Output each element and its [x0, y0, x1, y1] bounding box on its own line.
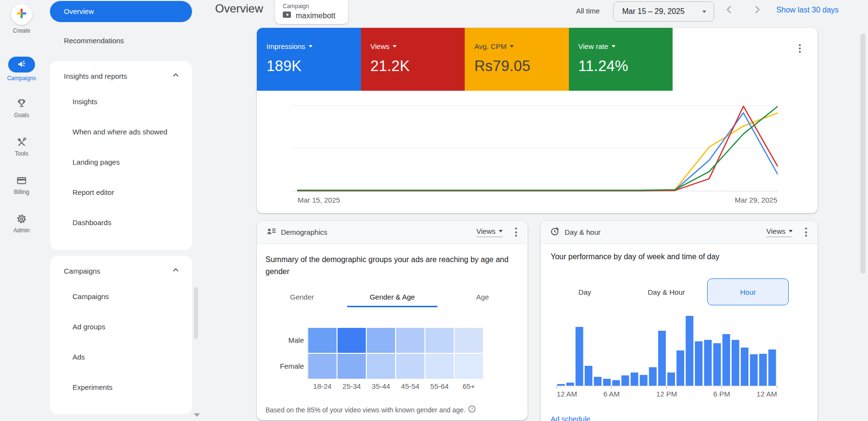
- segment-day[interactable]: Day: [544, 278, 626, 305]
- nav-item-when-and-where-ads-showed[interactable]: When and where ads showed: [50, 117, 192, 147]
- scorecard-impressions[interactable]: Impressions189K: [257, 28, 361, 91]
- bar-hour-13: [676, 350, 684, 386]
- scorecard-views[interactable]: Views21.2K: [361, 28, 465, 91]
- kebab-menu-icon[interactable]: [514, 226, 518, 239]
- gender-age-heatmap: MaleFemale18-2425-3435-4445-5455-6465+: [257, 325, 528, 402]
- metric-dropdown-value: Views: [766, 227, 785, 235]
- card-icon: [0, 175, 43, 186]
- segment-day-hour[interactable]: Day & Hour: [626, 278, 707, 305]
- video-camera-icon: [283, 11, 292, 20]
- show-last-30-days-link[interactable]: Show last 30 days: [776, 6, 839, 14]
- rail-label-tools: Tools: [0, 150, 43, 157]
- bar-hour-18: [723, 334, 730, 386]
- heatmap-cell-male-65: [455, 328, 483, 353]
- chevron-left-icon: [724, 4, 735, 17]
- scorecards-row: Impressions189KViews21.2KAvg. CPMRs79.05…: [257, 28, 818, 91]
- bar-axis-label-1: 6 AM: [603, 390, 620, 398]
- scorecard-value: Rs79.05: [474, 58, 569, 75]
- rail-item-tools[interactable]: Tools: [0, 136, 43, 157]
- bar-hour-14: [686, 316, 693, 386]
- rail-item-billing[interactable]: Billing: [0, 175, 43, 195]
- nav-item-experiments[interactable]: Experiments: [50, 372, 192, 402]
- scorecard-view-rate[interactable]: View rate11.24%: [569, 28, 673, 91]
- bar-hour-3: [585, 366, 592, 386]
- rail-item-campaigns[interactable]: Campaigns: [0, 57, 43, 82]
- chevron-right-icon: [751, 4, 762, 17]
- bar-axis-label-0: 12 AM: [557, 390, 578, 398]
- segment-hour[interactable]: Hour: [707, 278, 789, 305]
- scorecard-metric-dropdown[interactable]: View rate: [579, 42, 615, 50]
- tab-age[interactable]: Age: [437, 289, 528, 307]
- chevron-up-icon: [171, 265, 181, 277]
- heatmap-cell-male-18-24: [308, 328, 337, 353]
- heatmap-cell-male-55-64: [425, 328, 454, 353]
- chart-x-start-label: Mar 15, 2025: [298, 196, 340, 204]
- nav-items-campaigns: CampaignsAd groupsAdsExperiments: [50, 281, 192, 402]
- campaign-chip[interactable]: Campaign maximebott: [275, 0, 348, 24]
- heatmap-col-label-45-54: 45-54: [396, 382, 424, 390]
- bar-hour-16: [704, 340, 712, 386]
- nav-item-landing-pages[interactable]: Landing pages: [50, 147, 192, 177]
- date-next-button[interactable]: [750, 4, 763, 17]
- scorecard-value: 21.2K: [371, 58, 465, 75]
- heatmap-cell-female-18-24: [308, 354, 337, 379]
- scorecard-metric-dropdown[interactable]: Impressions: [266, 42, 313, 50]
- rail-item-admin[interactable]: Admin: [0, 213, 43, 234]
- rail-label-billing: Billing: [0, 189, 43, 195]
- day-hour-metric-dropdown[interactable]: Views: [766, 227, 793, 237]
- scorecard-metric-dropdown[interactable]: Avg. CPM: [474, 42, 514, 50]
- nav-section-insights-and-reports: Insights and reports InsightsWhen and wh…: [50, 61, 192, 250]
- nav-item-report-editor[interactable]: Report editor: [50, 177, 192, 207]
- date-prev-button[interactable]: [723, 4, 736, 17]
- heatmap-col-label-18-24: 18-24: [308, 382, 337, 390]
- chart-x-end-label: Mar 29, 2025: [735, 196, 777, 204]
- scorecard-metric-dropdown[interactable]: Views: [371, 42, 397, 50]
- drawer-scrollbar[interactable]: [194, 287, 198, 339]
- nav-item-overview[interactable]: Overview: [50, 1, 192, 22]
- nav-section-title: Campaigns: [64, 267, 100, 275]
- help-icon[interactable]: ?: [468, 405, 476, 414]
- scorecard-label: View rate: [579, 42, 608, 50]
- kebab-menu-icon[interactable]: [798, 42, 802, 55]
- heatmap-col-label-65: 65+: [455, 382, 483, 390]
- heatmap-cell-male-35-44: [367, 328, 395, 353]
- dropdown-caret-icon: [393, 45, 397, 48]
- nav-item-campaigns[interactable]: Campaigns: [50, 281, 192, 312]
- dropdown-caret-icon: [702, 11, 706, 13]
- scorecard-label: Views: [371, 42, 390, 50]
- scorecard-avg-cpm[interactable]: Avg. CPMRs79.05: [465, 28, 569, 91]
- time-scope-label: All time: [576, 7, 600, 15]
- nav-section-header-insights-and-reports[interactable]: Insights and reports: [50, 61, 192, 82]
- demographics-icon: [266, 228, 276, 237]
- campaign-name: maximebott: [296, 12, 336, 20]
- create-button[interactable]: [11, 4, 32, 25]
- nav-item-recommendations[interactable]: Recommendations: [43, 36, 185, 45]
- heatmap-cell-female-25-34: [338, 354, 366, 379]
- bar-hour-15: [695, 341, 702, 386]
- nav-item-ads[interactable]: Ads: [50, 342, 192, 372]
- kebab-menu-icon[interactable]: [804, 226, 808, 239]
- tab-gender[interactable]: Gender: [257, 289, 347, 307]
- campaigns-active-pill[interactable]: [8, 57, 35, 72]
- heatmap-row-label-female: Female: [257, 362, 304, 370]
- bar-hour-19: [732, 340, 739, 386]
- bar-hour-7: [621, 375, 629, 386]
- nav-item-dashboards[interactable]: Dashboards: [50, 207, 192, 238]
- heatmap-grid: [308, 328, 483, 379]
- dropdown-caret-icon: [499, 230, 503, 232]
- nav-section-header-campaigns[interactable]: Campaigns: [50, 256, 192, 277]
- ad-schedule-link[interactable]: Ad schedule: [551, 415, 591, 421]
- nav-item-ad-groups[interactable]: Ad groups: [50, 312, 192, 342]
- rail-item-goals[interactable]: Goals: [0, 98, 43, 119]
- page-scrollbar[interactable]: [860, 34, 866, 274]
- bar-hour-1: [567, 383, 574, 386]
- demographics-metric-dropdown[interactable]: Views: [476, 227, 503, 237]
- dropdown-caret-icon: [309, 45, 313, 48]
- date-range-picker[interactable]: Mar 15 – 29, 2025: [613, 1, 714, 22]
- nav-item-insights[interactable]: Insights: [50, 86, 192, 117]
- overview-performance-card: Impressions189KViews21.2KAvg. CPMRs79.05…: [257, 28, 818, 213]
- day-hour-card-title: Day & hour: [565, 228, 601, 236]
- bar-axis-label-2: 12 PM: [656, 390, 677, 398]
- tab-gender-age[interactable]: Gender & Age: [347, 289, 437, 307]
- rail-item-create[interactable]: Create: [0, 4, 43, 34]
